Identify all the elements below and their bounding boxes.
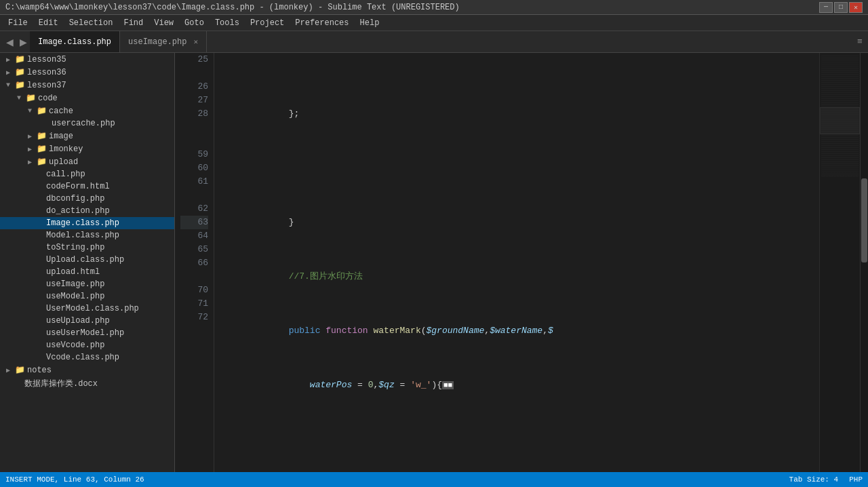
code-editor[interactable]: 25 26 27 28 59 60 61 62 63 64 65 66 70 7…: [175, 53, 868, 472]
sidebar-label-code: code: [38, 94, 58, 103]
sidebar-item-lesson35[interactable]: ▶ 📁 lesson35: [0, 53, 174, 66]
sidebar-label-lmonkey: lmonkey: [49, 144, 83, 154]
sidebar-item-vcode[interactable]: Vcode.class.php: [0, 351, 174, 364]
scrollbar[interactable]: [860, 53, 868, 472]
folder-icon-lesson37: 📁: [14, 80, 26, 90]
sidebar-item-image[interactable]: ▶ 📁 image: [0, 130, 174, 142]
menu-view[interactable]: View: [149, 17, 179, 29]
menu-project[interactable]: Project: [245, 17, 290, 29]
sidebar-item-code[interactable]: ▼ 📁 code: [0, 92, 174, 104]
tab-options-button[interactable]: ≡: [852, 31, 868, 52]
tab-image-class[interactable]: Image.class.php: [30, 31, 120, 52]
arrow-code: ▼: [14, 94, 24, 102]
sidebar-item-usevcode[interactable]: useVcode.php: [0, 339, 174, 351]
menu-goto[interactable]: Goto: [179, 17, 210, 29]
arrow-notes: ▶: [3, 366, 14, 374]
folder-icon-code: 📁: [24, 93, 37, 103]
folder-icon-cache: 📁: [35, 106, 47, 116]
maximize-button[interactable]: □: [834, 2, 848, 13]
sidebar-label-image: image: [49, 132, 73, 141]
sidebar-item-useimage[interactable]: useImage.php: [0, 278, 174, 290]
sidebar-item-lmonkey[interactable]: ▶ 📁 lmonkey: [0, 142, 174, 155]
sidebar-label-call: call.php: [46, 170, 85, 179]
sidebar-label-tostring: toString.php: [46, 243, 104, 252]
sidebar-item-lesson37[interactable]: ▼ 📁 lesson37: [0, 79, 174, 92]
arrow-lesson36: ▶: [3, 69, 14, 77]
sidebar-item-upload-class[interactable]: Upload.class.php: [0, 254, 174, 266]
statusbar: INSERT MODE, Line 63, Column 26 Tab Size…: [0, 472, 868, 487]
code-line-28b: waterPos = 0,$qz = 'w_'){■■: [225, 365, 819, 378]
menubar: File Edit Selection Find View Goto Tools…: [0, 15, 868, 31]
sidebar-item-model-class[interactable]: Model.class.php: [0, 229, 174, 241]
sidebar-label-model-class: Model.class.php: [46, 231, 119, 240]
sidebar-item-usemodel[interactable]: useModel.php: [0, 290, 174, 303]
sidebar-label-usermodel: UserModel.class.php: [46, 304, 139, 313]
sidebar-item-image-class[interactable]: Image.class.php: [0, 217, 174, 229]
tab-label-useimage: useImage.php: [128, 37, 186, 47]
sidebar-item-upload-html[interactable]: upload.html: [0, 266, 174, 278]
sidebar-label-lesson36: lesson36: [27, 68, 66, 77]
sidebar-item-lesson36[interactable]: ▶ 📁 lesson36: [0, 66, 174, 79]
sidebar-label-lesson35: lesson35: [27, 55, 66, 64]
sidebar-label-docx: 数据库操作类.docx: [24, 378, 98, 389]
tab-prev-button[interactable]: ◀: [3, 31, 16, 52]
code-line-25: };: [225, 94, 819, 107]
sidebar-item-usermodel[interactable]: UserModel.class.php: [0, 303, 174, 315]
sidebar-label-codeform: codeForm.html: [46, 182, 110, 191]
sidebar-label-upload-class: Upload.class.php: [46, 255, 124, 265]
sidebar-item-usercache[interactable]: usercache.php: [0, 117, 174, 130]
sidebar-item-dbconfig[interactable]: dbconfig.php: [0, 193, 174, 205]
file-tree: ▶ 📁 lesson35 ▶ 📁 lesson36 ▼ 📁 lesson37 ▼…: [0, 53, 175, 472]
line-numbers: 25 26 27 28 59 60 61 62 63 64 65 66 70 7…: [175, 53, 214, 472]
sidebar-item-useupload[interactable]: useUpload.php: [0, 315, 174, 327]
sidebar-label-usemodel: useModel.php: [46, 292, 104, 301]
minimize-button[interactable]: ─: [819, 2, 833, 13]
folder-icon-notes: 📁: [14, 365, 26, 375]
minimap: [819, 53, 860, 472]
sidebar-label-do-action: do_action.php: [46, 206, 110, 216]
sidebar-item-tostring[interactable]: toString.php: [0, 241, 174, 254]
code-text[interactable]: }; } //7.图片水印方法 public function waterMar…: [214, 53, 819, 472]
menu-selection[interactable]: Selection: [64, 17, 119, 29]
folder-icon-image: 📁: [35, 131, 47, 141]
sidebar-item-docx[interactable]: 数据库操作类.docx: [0, 376, 174, 391]
arrow-image: ▶: [24, 132, 35, 140]
sidebar-label-useimage: useImage.php: [46, 279, 104, 289]
tab-useimage[interactable]: useImage.php ✕: [120, 31, 207, 52]
code-line-blank-b: [225, 419, 819, 433]
sidebar-item-call[interactable]: call.php: [0, 168, 174, 180]
arrow-lmonkey: ▶: [24, 145, 35, 153]
sidebar-label-lesson37: lesson37: [27, 81, 66, 90]
sidebar-item-cache[interactable]: ▼ 📁 cache: [0, 104, 174, 117]
menu-find[interactable]: Find: [118, 17, 149, 29]
tab-next-button[interactable]: ▶: [16, 31, 30, 52]
titlebar-text: C:\wamp64\www\lmonkey\lesson37\code\Imag…: [5, 3, 460, 12]
code-line-27: //7.图片水印方法: [225, 256, 819, 270]
arrow-upload-folder: ▶: [24, 158, 35, 166]
sidebar-item-upload-folder[interactable]: ▶ 📁 upload: [0, 155, 174, 168]
menu-help[interactable]: Help: [355, 17, 385, 29]
folder-icon-lesson36: 📁: [14, 67, 26, 77]
menu-tools[interactable]: Tools: [210, 17, 245, 29]
code-line-26: }: [225, 202, 819, 216]
sidebar-label-cache: cache: [49, 106, 73, 116]
tab-close-useimage[interactable]: ✕: [193, 37, 198, 46]
sidebar-item-useusermodel[interactable]: useUserModel.php: [0, 327, 174, 339]
menu-file[interactable]: File: [3, 17, 33, 29]
arrow-lesson37: ▼: [3, 81, 14, 89]
sidebar-label-image-class: Image.class.php: [46, 218, 119, 228]
sidebar-label-notes: notes: [27, 366, 52, 375]
menu-preferences[interactable]: Preferences: [290, 17, 354, 29]
close-button[interactable]: ✕: [849, 2, 863, 13]
titlebar: C:\wamp64\www\lmonkey\lesson37\code\Imag…: [0, 0, 868, 15]
spacer-call: [35, 171, 46, 178]
sidebar-item-notes[interactable]: ▶ 📁 notes: [0, 364, 174, 376]
arrow-usercache: [41, 120, 52, 128]
menu-edit[interactable]: Edit: [33, 17, 64, 29]
sidebar-item-do-action[interactable]: do_action.php: [0, 205, 174, 217]
sidebar-item-codeform[interactable]: codeForm.html: [0, 180, 174, 193]
tabbar: ◀ ▶ Image.class.php useImage.php ✕ ≡: [0, 31, 868, 53]
arrow-lesson35: ▶: [3, 56, 14, 64]
arrow-cache: ▼: [24, 107, 35, 115]
statusbar-mode: INSERT MODE, Line 63, Column 26: [5, 475, 144, 484]
